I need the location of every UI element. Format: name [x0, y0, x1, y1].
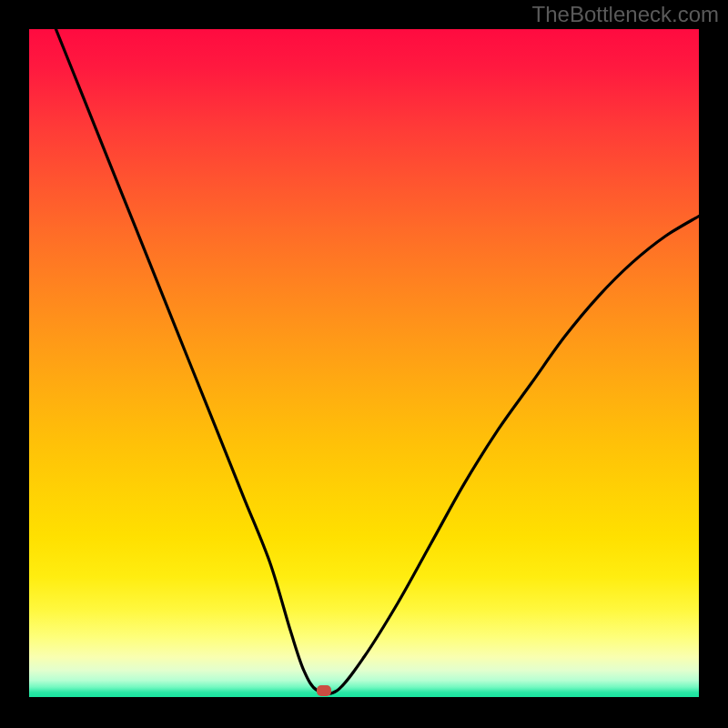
chart-curve-svg: [29, 29, 699, 697]
optimum-marker: [317, 685, 331, 696]
chart-plot-area: [29, 29, 699, 697]
watermark-text: TheBottleneck.com: [532, 2, 719, 27]
bottleneck-curve: [56, 29, 699, 693]
